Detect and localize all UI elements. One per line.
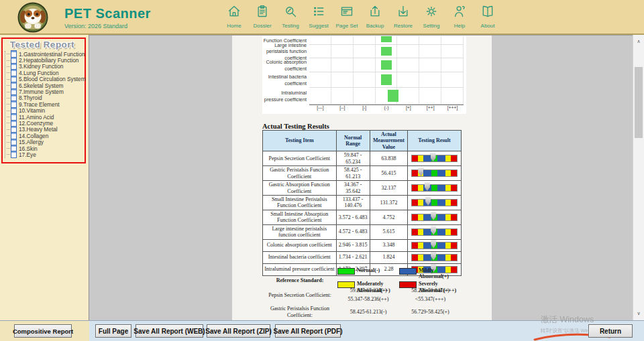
dog-logo	[17, 2, 48, 33]
pet-scanner-window: PET Scanner Version: 2026 Standard Home …	[0, 0, 644, 341]
chart-axis-labels: [---] [--] [-] (-) [+] [++] [+++]	[309, 105, 464, 110]
clipboard-icon	[256, 5, 269, 21]
chart-bar	[381, 60, 392, 70]
sidebar-item-amino-acid[interactable]: 11.Amino Acid	[7, 114, 86, 120]
app-version: Version: 2026 Standard	[64, 23, 151, 29]
sidebar-item-lung[interactable]: 4.Lung Function	[7, 70, 86, 76]
testing-result-bar	[411, 199, 458, 206]
sidebar-item-heavy-metal[interactable]: 13.Heavy Metal	[7, 127, 86, 133]
nav-backup[interactable]: Backup	[361, 5, 389, 29]
chart-bar	[388, 90, 398, 102]
app-title: PET Scanner	[64, 6, 151, 21]
reference-row-gastric: Gastric Peristalsis Function Coefficient…	[262, 305, 462, 319]
sidebar-item-kidney[interactable]: 3.Kidney Function	[7, 64, 86, 70]
testing-result-bar	[411, 228, 458, 236]
nav-home[interactable]: Home	[220, 5, 248, 29]
results-table: Testing Item Normal Range Actual Measure…	[262, 130, 462, 276]
table-header-row: Testing Item Normal Range Actual Measure…	[263, 131, 462, 151]
report-tree: 1.Gastrointestinal Function 2.Hepatobili…	[5, 51, 86, 158]
nav-dossier[interactable]: Dossier	[248, 5, 276, 29]
vertical-scrollbar[interactable]: ∧ ∨	[633, 35, 644, 320]
nav-about[interactable]: About	[474, 5, 502, 29]
scrollbar-thumb[interactable]	[635, 67, 643, 138]
nav-restore[interactable]: Restore	[389, 5, 417, 29]
sidebar-item-skin[interactable]: 16.Skin	[7, 145, 86, 151]
table-row: Small Intestine Absorption Function Coef…	[263, 210, 462, 224]
table-row: Large intestine peristalsis function coe…	[263, 224, 462, 239]
sidebar-item-coenzyme[interactable]: 12.Coenzyme	[7, 120, 86, 126]
table-row: Pepsin Secretion Coefficient 59.847 - 65…	[263, 151, 462, 166]
table-row: Colonic absorption coefficient 2.946 - 3…	[263, 239, 462, 251]
sidebar-item-collagen[interactable]: 14.Collagen	[7, 133, 86, 139]
document-icon	[11, 151, 17, 158]
sidebar-item-allergy[interactable]: 15.Allergy	[7, 139, 86, 145]
save-all-report-zip-button[interactable]: Save All Report (ZIP)	[207, 324, 270, 338]
list-icon	[312, 5, 325, 21]
chart-bar	[381, 74, 392, 85]
results-title: Actual Testing Results	[262, 123, 329, 130]
home-icon	[227, 5, 241, 21]
testing-result-bar	[411, 155, 458, 162]
table-row: Intestinal bacteria coefficient 1.734 - …	[263, 251, 462, 263]
scroll-up-arrow-icon[interactable]: ∧	[633, 39, 644, 44]
testing-result-bar	[411, 169, 458, 177]
restore-arrow-down-icon	[396, 5, 410, 21]
page-window-icon	[340, 5, 354, 21]
sidebar-item-hepatobiliary[interactable]: 2.Hepatobiliary Function	[7, 57, 86, 63]
book-icon	[481, 5, 494, 21]
nav-suggest[interactable]: Suggest	[305, 5, 333, 29]
backup-arrow-up-icon	[368, 5, 382, 21]
scroll-down-arrow-icon[interactable]: ∨	[633, 311, 644, 316]
table-row: Gastric Peristalsis Function Coefficient…	[263, 166, 462, 181]
save-all-report-web-button[interactable]: Save All Report (WEB)	[136, 324, 203, 338]
blue-swatch	[399, 268, 417, 275]
save-all-report-pdf-button[interactable]: Save All Report (PDF)	[275, 324, 341, 338]
table-row: Small Intestine Peristalsis Function Coe…	[263, 195, 462, 210]
main-nav: Home Dossier Testing Suggest Page Set Ba…	[220, 5, 502, 29]
return-button[interactable]: Return	[588, 324, 633, 338]
coefficient-chart: Function Coefficient Large intestine per…	[262, 36, 466, 114]
table-row: Gastric Absorption Function Coefficient …	[263, 181, 462, 196]
report-page: Function Coefficient Large intestine per…	[232, 36, 492, 320]
nav-help[interactable]: Help	[445, 5, 474, 29]
magnifier-icon	[284, 5, 297, 21]
app-title-block: PET Scanner Version: 2026 Standard	[64, 6, 151, 29]
sidebar-item-immune[interactable]: 7.Immune System	[7, 88, 86, 94]
nav-pageset[interactable]: Page Set	[333, 5, 361, 29]
legend-mildly-abnormal: Mildly Abnormal(+)	[399, 267, 462, 279]
sidebar-item-thyroid[interactable]: 8.Thyroid	[7, 95, 86, 101]
sidebar-item-vitamin[interactable]: 10.Vitamin	[7, 108, 86, 114]
testing-result-bar	[411, 214, 458, 221]
sidebar-item-eye[interactable]: 17.Eye	[7, 151, 86, 157]
testing-result-bar	[411, 254, 458, 261]
full-page-button[interactable]: Full Page	[95, 324, 131, 338]
sidebar-title: Tested Report	[0, 40, 85, 50]
reference-row-pepsin: Pepsin Secretion Coefficient: 59.847-65.…	[262, 287, 462, 304]
chart-bar	[381, 47, 392, 56]
sidebar-item-gastrointestinal[interactable]: 1.Gastrointestinal Function	[7, 51, 86, 57]
legend-normal: Normal(-)	[337, 267, 399, 275]
testing-result-bar	[411, 184, 458, 192]
sidebar-item-skeletal[interactable]: 6.Skeletal System	[7, 82, 86, 88]
sidebar-item-trace-element[interactable]: 9.Trace Element	[7, 101, 86, 107]
header-bar: PET Scanner Version: 2026 Standard Home …	[0, 0, 644, 35]
gear-icon	[425, 5, 438, 21]
nav-testing[interactable]: Testing	[276, 5, 305, 29]
chart-bar	[381, 36, 392, 42]
testing-result-bar	[411, 242, 458, 249]
nav-setting[interactable]: Setting	[417, 5, 445, 29]
sidebar-item-blood-circulation[interactable]: 5.Blood Circulation System	[7, 76, 86, 82]
sidebar: Tested Report 1.Gastrointestinal Functio…	[0, 35, 89, 320]
help-person-icon	[453, 5, 466, 21]
green-swatch	[337, 268, 355, 275]
compositive-report-button[interactable]: Compositive Report	[14, 324, 72, 338]
report-viewport: Function Coefficient Large intestine per…	[89, 35, 633, 320]
